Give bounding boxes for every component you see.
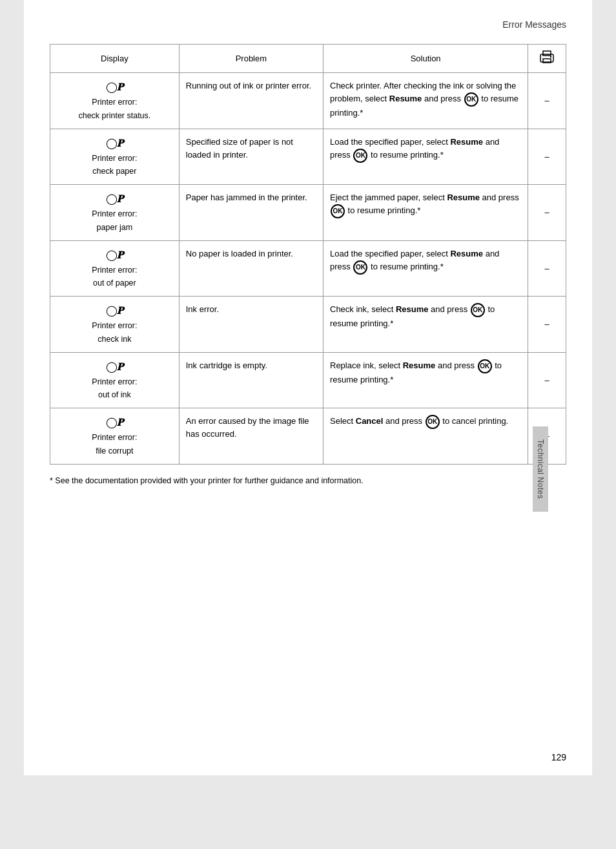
display-line2-3: out of paper <box>57 277 172 289</box>
display-icon-5: ◯𝐏 <box>106 361 123 372</box>
display-line2-4: check ink <box>57 333 172 346</box>
display-line2-0: check printer status. <box>57 110 172 122</box>
solution-text: Load the specified paper, select <box>330 137 450 147</box>
problem-cell-5: Ink cartridge is empty. <box>179 352 323 408</box>
display-icon-1: ◯𝐏 <box>106 138 123 149</box>
col-solution: Solution <box>323 45 528 73</box>
display-cell-3: ◯𝐏 Printer error: out of paper <box>50 240 180 297</box>
bold-text: Resume <box>389 94 422 104</box>
ok-button-icon: OK <box>471 303 485 317</box>
bold-text: Resume <box>450 137 483 147</box>
display-cell-4: ◯𝐏 Printer error: check ink <box>50 297 180 353</box>
col-display: Display <box>50 45 180 73</box>
display-icon-4: ◯𝐏 <box>106 305 123 316</box>
display-line2-5: out of ink <box>57 389 172 401</box>
solution-text: to resume printing.* <box>345 206 420 216</box>
display-icon-0: ◯𝐏 <box>106 81 123 92</box>
bold-text: Resume <box>450 249 483 258</box>
display-cell-1: ◯𝐏 Printer error: check paper <box>50 129 180 185</box>
problem-cell-4: Ink error. <box>179 297 323 353</box>
solution-text: Load the specified paper, select <box>330 249 450 258</box>
solution-cell-5: Replace ink, select Resume and press OK … <box>323 352 528 408</box>
display-line2-2: paper jam <box>57 222 172 234</box>
dash-cell-5: – <box>528 352 566 408</box>
display-line1-0: Printer error: <box>57 96 172 109</box>
display-icon-6: ◯𝐏 <box>106 417 123 428</box>
table-row: ◯𝐏 Printer error: check printer status. … <box>50 73 566 129</box>
col-icon <box>528 45 566 73</box>
solution-cell-3: Load the specified paper, select Resume … <box>323 240 528 297</box>
solution-text: and press <box>480 193 519 202</box>
ok-button-icon: OK <box>426 415 440 429</box>
page: Error Messages Display Problem Solution <box>24 0 592 775</box>
error-messages-table: Display Problem Solution ◯𝐏 Pr <box>50 44 566 465</box>
solution-text: to resume printing.* <box>368 262 443 271</box>
display-line2-1: check paper <box>57 165 172 178</box>
table-row: ◯𝐏 Printer error: out of ink Ink cartrid… <box>50 352 566 408</box>
bold-text: Resume <box>396 304 429 314</box>
solution-text: Eject the jammed paper, select <box>330 193 447 202</box>
display-cell-2: ◯𝐏 Printer error: paper jam <box>50 185 180 241</box>
display-icon-2: ◯𝐏 <box>106 193 123 204</box>
bold-text: Resume <box>403 361 436 370</box>
page-header: Error Messages <box>50 19 566 32</box>
solution-text: and press <box>435 361 477 370</box>
display-cell-0: ◯𝐏 Printer error: check printer status. <box>50 73 180 129</box>
problem-cell-0: Running out of ink or printer error. <box>179 73 323 129</box>
table-row: ◯𝐏 Printer error: paper jam Paper has ja… <box>50 185 566 241</box>
ok-button-icon: OK <box>331 204 345 218</box>
bold-text: Cancel <box>356 416 384 426</box>
solution-text: Select <box>330 416 356 426</box>
display-line1-1: Printer error: <box>57 152 172 165</box>
side-label: Technical Notes <box>533 426 548 512</box>
solution-text: and press <box>422 94 463 104</box>
solution-cell-1: Load the specified paper, select Resume … <box>323 129 528 185</box>
problem-cell-2: Paper has jammed in the printer. <box>179 185 323 241</box>
display-line1-3: Printer error: <box>57 264 172 277</box>
display-line1-6: Printer error: <box>57 432 172 444</box>
dash-cell-4: – <box>528 297 566 353</box>
display-cell-6: ◯𝐏 Printer error: file corrupt <box>50 408 180 465</box>
header-title: Error Messages <box>502 19 566 30</box>
table-row: ◯𝐏 Printer error: out of paper No paper … <box>50 240 566 297</box>
problem-cell-3: No paper is loaded in printer. <box>179 240 323 297</box>
printer-icon <box>539 50 555 65</box>
footnote: * See the documentation provided with yo… <box>50 475 566 487</box>
display-line1-2: Printer error: <box>57 208 172 220</box>
dash-cell-3: – <box>528 240 566 297</box>
display-line1-4: Printer error: <box>57 320 172 332</box>
table-row: ◯𝐏 Printer error: file corrupt An error … <box>50 408 566 465</box>
problem-cell-6: An error caused by the image file has oc… <box>179 408 323 465</box>
ok-button-icon: OK <box>353 149 367 163</box>
svg-point-3 <box>550 56 551 58</box>
dash-cell-0: – <box>528 73 566 129</box>
ok-button-icon: OK <box>464 92 478 107</box>
solution-cell-6: Select Cancel and press OK to cancel pri… <box>323 408 528 465</box>
page-number: 129 <box>551 752 566 762</box>
bold-text: Resume <box>447 193 480 202</box>
solution-text: Check ink, select <box>330 304 396 314</box>
solution-text: Replace ink, select <box>330 361 403 370</box>
solution-text: to resume printing.* <box>368 150 443 160</box>
problem-cell-1: Specified size of paper is not loaded in… <box>179 129 323 185</box>
solution-cell-0: Check printer. After checking the ink or… <box>323 73 528 129</box>
solution-text: and press <box>428 304 469 314</box>
display-line1-5: Printer error: <box>57 376 172 388</box>
solution-text: to cancel printing. <box>440 416 509 426</box>
col-problem: Problem <box>179 45 323 73</box>
solution-cell-4: Check ink, select Resume and press OK to… <box>323 297 528 353</box>
dash-cell-1: – <box>528 129 566 185</box>
display-cell-5: ◯𝐏 Printer error: out of ink <box>50 352 180 408</box>
solution-text: and press <box>383 416 424 426</box>
display-icon-3: ◯𝐏 <box>106 249 123 260</box>
dash-cell-2: – <box>528 185 566 241</box>
table-row: ◯𝐏 Printer error: check ink Ink error.Ch… <box>50 297 566 353</box>
ok-button-icon: OK <box>478 359 492 373</box>
ok-button-icon: OK <box>353 260 367 275</box>
table-row: ◯𝐏 Printer error: check paper Specified … <box>50 129 566 185</box>
display-line2-6: file corrupt <box>57 445 172 457</box>
svg-rect-1 <box>543 51 551 56</box>
solution-cell-2: Eject the jammed paper, select Resume an… <box>323 185 528 241</box>
